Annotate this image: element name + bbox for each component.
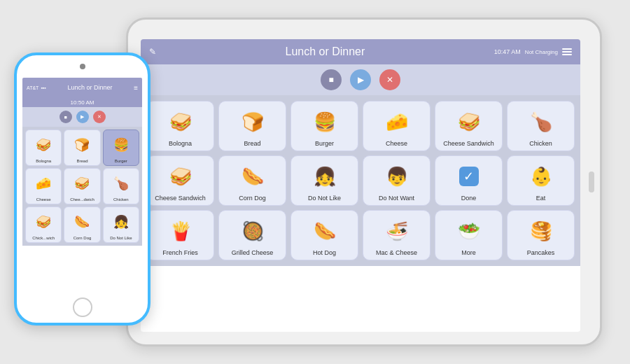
phone-wifi-icon: ▪▪▪ xyxy=(41,85,46,90)
phone-chickwich-icon: 🥪 xyxy=(27,209,59,236)
tablet-header: ✎ Lunch or Dinner 10:47 AM Not Charging xyxy=(141,39,580,64)
phone-bread-icon: 🍞 xyxy=(66,132,98,159)
phone-bologna-icon: 🥪 xyxy=(27,132,59,159)
phone-play-icon: ▶ xyxy=(80,114,84,120)
mac-cheese-icon: 🍜 xyxy=(366,214,427,248)
phone-stop-icon: ■ xyxy=(64,115,66,120)
food-item-eat[interactable]: 👶 Eat xyxy=(507,155,575,206)
food-item-cheese-sandwich2[interactable]: 🥪 Cheese Sandwich xyxy=(146,155,214,206)
phone-food-chickwich[interactable]: 🥪 Chick...wich xyxy=(25,206,62,243)
corn-dog-icon: 🌭 xyxy=(222,159,283,193)
more-label: More xyxy=(461,249,476,257)
chicken-label: Chicken xyxy=(529,140,552,148)
phone-food-corn-dog[interactable]: 🌭 Corn Dog xyxy=(64,206,100,243)
phone-carrier-text: AT&T xyxy=(27,85,38,90)
phone-bread-label: Bread xyxy=(76,159,88,164)
phone-home-button[interactable] xyxy=(73,298,92,317)
phone-cheese-icon: 🧀 xyxy=(27,170,59,197)
phone-time-bar: 10:50 AM xyxy=(22,97,142,107)
phone-close-button[interactable]: ✕ xyxy=(93,111,106,123)
phone-cheedwich-icon: 🥪 xyxy=(66,170,98,197)
phone-camera xyxy=(80,64,85,69)
phone-toolbar: ■ ▶ ✕ xyxy=(22,107,142,127)
close-button[interactable]: ✕ xyxy=(379,69,400,90)
phone-burger-label: Burger xyxy=(115,159,127,164)
eat-label: Eat xyxy=(536,195,546,202)
phone-food-chicken[interactable]: 🍗 Chicken xyxy=(103,168,139,204)
food-item-hot-dog[interactable]: 🌭 Hot Dog xyxy=(290,210,358,260)
phone-corn-dog-label: Corn Dog xyxy=(74,236,92,241)
phone-cheese-label: Cheese xyxy=(36,197,51,202)
burger-icon: 🍔 xyxy=(294,104,355,139)
hot-dog-icon: 🌭 xyxy=(294,214,355,248)
food-item-do-not-want[interactable]: 👦 Do Not Want xyxy=(363,155,430,206)
phone-food-burger[interactable]: 🍔 Burger xyxy=(103,130,139,166)
play-icon: ▶ xyxy=(358,75,364,85)
close-icon: ✕ xyxy=(386,75,393,85)
mac-cheese-label: Mac & Cheese xyxy=(376,249,417,257)
stop-button[interactable]: ■ xyxy=(321,69,342,90)
do-not-want-icon: 👦 xyxy=(366,159,427,193)
cheese-sandwich2-icon: 🥪 xyxy=(150,159,211,193)
more-icon: 🥗 xyxy=(438,214,499,248)
food-item-grilled-cheese[interactable]: 🥘 Grilled Cheese xyxy=(218,210,286,260)
done-label: Done xyxy=(461,195,477,202)
food-item-corn-dog[interactable]: 🌭 Corn Dog xyxy=(218,155,286,206)
food-item-cheese[interactable]: 🧀 Cheese xyxy=(363,101,430,151)
do-not-want-label: Do Not Want xyxy=(379,195,414,202)
phone-menu-icon[interactable]: ≡ xyxy=(134,84,138,92)
tablet: ✎ Lunch or Dinner 10:47 AM Not Charging … xyxy=(126,18,602,346)
phone-stop-button[interactable]: ■ xyxy=(59,111,72,123)
fries-icon: 🍟 xyxy=(150,214,211,248)
play-button[interactable]: ▶ xyxy=(350,69,371,90)
food-item-burger[interactable]: 🍔 Burger xyxy=(290,101,358,151)
phone-do-not-like-icon: 👧 xyxy=(105,209,137,236)
food-item-bread[interactable]: 🍞 Bread xyxy=(218,101,286,151)
done-checkbox: ✓ xyxy=(459,167,479,186)
phone-corn-dog-icon: 🌭 xyxy=(66,209,98,236)
tablet-side-button[interactable] xyxy=(589,172,594,192)
food-item-chicken[interactable]: 🍗 Chicken xyxy=(507,101,575,151)
phone-do-not-like-label: Do Not Like xyxy=(110,236,132,241)
bread-label: Bread xyxy=(244,140,260,148)
do-not-like-label: Do Not Like xyxy=(308,195,341,202)
burger-label: Burger xyxy=(315,140,334,148)
phone-cheedwich-label: Chee...dwich xyxy=(70,197,94,202)
phone-play-button[interactable]: ▶ xyxy=(76,111,89,123)
food-item-mac-cheese[interactable]: 🍜 Mac & Cheese xyxy=(363,210,430,260)
phone-food-bologna[interactable]: 🥪 Bologna xyxy=(25,130,62,166)
phone-close-icon: ✕ xyxy=(97,114,102,120)
food-item-done[interactable]: ✓ Done xyxy=(435,155,503,206)
bologna-icon: 🥪 xyxy=(150,104,211,139)
phone-food-do-not-like[interactable]: 👧 Do Not Like xyxy=(103,206,139,243)
food-item-cheese-sandwich[interactable]: 🥪 Cheese Sandwich xyxy=(435,101,503,151)
food-item-fries[interactable]: 🍟 French Fries xyxy=(146,210,214,260)
food-item-more[interactable]: 🥗 More xyxy=(435,210,503,260)
fries-label: French Fries xyxy=(162,249,198,257)
phone-bologna-label: Bologna xyxy=(36,159,51,164)
tablet-edit-icon[interactable]: ✎ xyxy=(149,47,156,57)
grilled-cheese-label: Grilled Cheese xyxy=(232,249,274,257)
phone-food-grid: 🥪 Bologna 🍞 Bread 🍔 Burger 🧀 Cheese 🥪 xyxy=(22,127,142,246)
phone-burger-icon: 🍔 xyxy=(105,132,137,159)
cheese-sandwich-icon: 🥪 xyxy=(438,104,499,139)
tablet-food-grid: 🥪 Bologna 🍞 Bread 🍔 Burger 🧀 Cheese 🥪 xyxy=(141,95,580,266)
cheese-sandwich2-label: Cheese Sandwich xyxy=(155,195,206,202)
tablet-battery-status: Not Charging xyxy=(525,49,558,55)
phone-food-bread[interactable]: 🍞 Bread xyxy=(64,130,100,166)
phone-food-cheedwich[interactable]: 🥪 Chee...dwich xyxy=(64,168,100,204)
hamburger-menu-icon[interactable] xyxy=(562,48,572,55)
phone-food-cheese[interactable]: 🧀 Cheese xyxy=(25,168,62,204)
phone-screen: AT&T ▪▪▪ Lunch or Dinner ≡ 10:50 AM ■ ▶ xyxy=(22,78,142,290)
food-item-do-not-like[interactable]: 👧 Do Not Like xyxy=(290,155,358,206)
phone: AT&T ▪▪▪ Lunch or Dinner ≡ 10:50 AM ■ ▶ xyxy=(14,52,150,326)
tablet-time: 10:47 AM xyxy=(494,48,521,55)
food-item-no[interactable]: 🥞 Pancakes xyxy=(507,210,575,260)
done-icon: ✓ xyxy=(438,159,499,193)
phone-time: 10:50 AM xyxy=(71,99,94,106)
food-item-bologna[interactable]: 🥪 Bologna xyxy=(146,101,214,151)
chicken-icon: 🍗 xyxy=(510,104,571,139)
grilled-cheese-icon: 🥘 xyxy=(222,214,283,248)
phone-carrier: AT&T ▪▪▪ xyxy=(27,85,46,90)
eat-icon: 👶 xyxy=(510,159,571,193)
